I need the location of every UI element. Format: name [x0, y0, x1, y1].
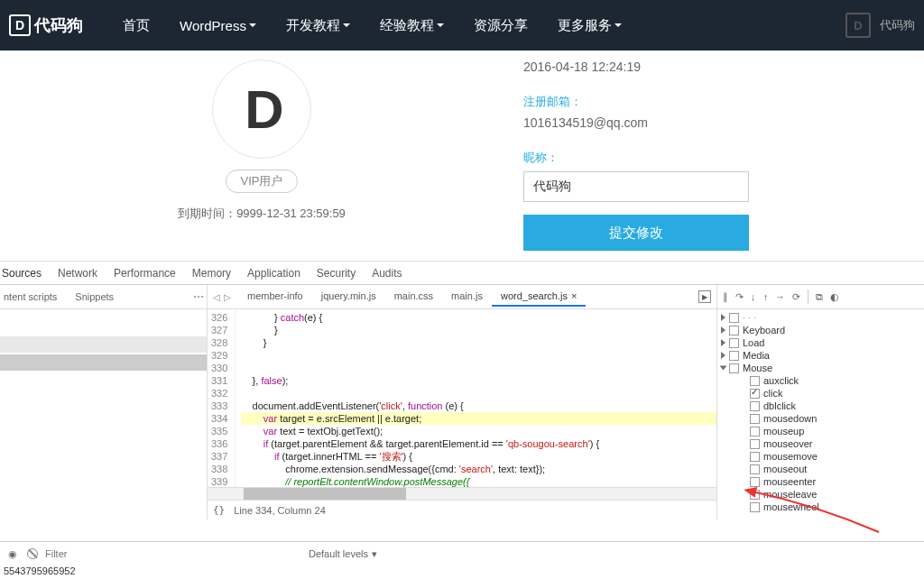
devtools-tab[interactable]: Network	[58, 263, 97, 283]
code-line[interactable]: var target = e.srcElement || e.target;	[241, 412, 716, 425]
close-icon[interactable]: ×	[571, 290, 577, 301]
event-group[interactable]: Load	[743, 337, 764, 348]
checkbox[interactable]	[750, 389, 760, 399]
nick-label: 昵称：	[523, 150, 924, 166]
code-line[interactable]	[241, 362, 716, 374]
file-tab[interactable]: main.css	[385, 287, 442, 307]
code-line[interactable]: }, false);	[241, 374, 716, 387]
file-tab[interactable]: member-info	[238, 287, 312, 307]
devtools-tab[interactable]: Application	[247, 263, 300, 283]
run-icon[interactable]: ▶	[698, 290, 711, 303]
expand-icon[interactable]	[721, 339, 725, 346]
expire-text: 到期时间：9999-12-31 23:59:59	[178, 206, 346, 222]
file-tab[interactable]: jquery.min.js	[312, 287, 385, 307]
script-bp-icon[interactable]: ⧉	[816, 291, 823, 303]
nav-item[interactable]: 经验教程	[367, 10, 457, 41]
nav-fwd-icon[interactable]: ▷	[224, 292, 231, 302]
event-item[interactable]: dblclick	[763, 400, 796, 411]
checkbox[interactable]	[729, 326, 739, 335]
list-item[interactable]	[0, 354, 207, 371]
code-line[interactable]: // reportElt.contentWindow.postMessage({	[241, 475, 716, 487]
event-item[interactable]: mousemove	[763, 451, 818, 462]
logo-icon	[9, 14, 31, 36]
checkbox[interactable]	[750, 464, 760, 474]
code-line[interactable]	[241, 387, 716, 400]
nav-item[interactable]: 首页	[110, 10, 162, 41]
main-nav: 首页WordPress开发教程经验教程资源分享更多服务	[110, 10, 634, 41]
reg-timestamp: 2016-04-18 12:24:19	[523, 60, 924, 74]
submit-button[interactable]: 提交修改	[523, 215, 749, 251]
checkbox[interactable]	[750, 414, 760, 424]
nav-item[interactable]: 资源分享	[461, 10, 541, 41]
left-tab-content-scripts[interactable]: ntent scripts	[4, 291, 57, 302]
expand-icon[interactable]	[721, 352, 725, 359]
devtools-tab[interactable]: Performance	[114, 263, 176, 283]
event-item[interactable]: click	[763, 388, 782, 399]
checkbox[interactable]	[750, 439, 760, 449]
nav-item[interactable]: 开发教程	[273, 10, 363, 41]
step-into-icon[interactable]: ↓	[751, 291, 756, 302]
event-item[interactable]: mousedown	[763, 413, 817, 424]
nav-item[interactable]: 更多服务	[545, 10, 634, 41]
event-group[interactable]: Media	[743, 350, 770, 361]
event-group[interactable]: Mouse	[743, 363, 772, 373]
event-item[interactable]: mouseenter	[763, 476, 816, 487]
more-icon[interactable]	[194, 296, 203, 298]
horizontal-scrollbar[interactable]	[208, 487, 716, 500]
checkbox[interactable]	[750, 376, 760, 386]
event-item[interactable]: mouseup	[763, 426, 804, 437]
deactivate-bp-icon[interactable]: ⟳	[792, 291, 800, 303]
format-icon[interactable]: {}	[213, 504, 225, 516]
code-line[interactable]: }	[241, 336, 716, 349]
checkbox[interactable]	[750, 490, 760, 500]
devtools-tab[interactable]: Memory	[192, 263, 231, 283]
code-line[interactable]: if (target.parentElement && target.paren…	[241, 437, 716, 450]
devtools-tab[interactable]: Sources	[2, 263, 42, 283]
devtools-tab[interactable]: Audits	[372, 263, 402, 283]
nav-item[interactable]: WordPress	[167, 10, 269, 41]
event-item[interactable]: auxclick	[763, 375, 799, 386]
checkbox[interactable]	[750, 427, 760, 437]
checkbox[interactable]	[750, 452, 760, 462]
expand-icon[interactable]	[720, 366, 727, 371]
file-tab[interactable]: word_search.js×	[492, 287, 586, 307]
event-item[interactable]: mouseover	[763, 438, 812, 449]
event-item[interactable]: mouseout	[763, 464, 807, 474]
event-item[interactable]: mousewheel	[763, 501, 819, 512]
list-item[interactable]	[0, 336, 207, 353]
code-line[interactable]: document.addEventListener('click', funct…	[241, 400, 716, 412]
header-user[interactable]: 代码狗	[880, 17, 915, 33]
chevron-down-icon	[343, 23, 350, 27]
nickname-input[interactable]	[523, 171, 749, 202]
checkbox[interactable]	[729, 313, 739, 323]
pause-exc-icon[interactable]: ◐	[830, 291, 839, 303]
step-out-icon[interactable]: ↑	[763, 291, 769, 302]
checkbox[interactable]	[729, 351, 739, 361]
pause-icon[interactable]: ∥	[723, 291, 728, 303]
code-line[interactable]: if (target.innerHTML == '搜索') {	[241, 450, 716, 463]
checkbox[interactable]	[729, 338, 739, 348]
left-tab-snippets[interactable]: Snippets	[75, 291, 114, 302]
step-icon[interactable]: →	[775, 291, 785, 302]
checkbox[interactable]	[750, 502, 760, 512]
code-line[interactable]: chrome.extension.sendMessage({cmd: 'sear…	[241, 463, 716, 475]
code-line[interactable]: var text = textObj.getText();	[241, 425, 716, 437]
avatar-letter-icon: D	[245, 78, 278, 141]
code-line[interactable]: } catch(e) {	[241, 311, 716, 324]
expand-icon[interactable]	[721, 326, 725, 334]
avatar: D	[212, 60, 311, 159]
checkbox[interactable]	[750, 401, 760, 411]
chevron-down-icon	[614, 23, 622, 27]
expand-icon[interactable]	[721, 314, 725, 321]
nav-back-icon[interactable]: ◁	[213, 292, 220, 302]
devtools-tab[interactable]: Security	[317, 263, 356, 283]
step-over-icon[interactable]: ↷	[735, 291, 744, 303]
event-group[interactable]: Keyboard	[743, 325, 785, 335]
code-line[interactable]	[241, 349, 716, 362]
site-logo[interactable]: 代码狗	[9, 14, 83, 36]
code-line[interactable]: }	[241, 324, 716, 336]
event-item[interactable]: mouseleave	[763, 489, 817, 500]
checkbox[interactable]	[729, 363, 739, 373]
file-tab[interactable]: main.js	[442, 287, 492, 307]
checkbox[interactable]	[750, 477, 760, 487]
